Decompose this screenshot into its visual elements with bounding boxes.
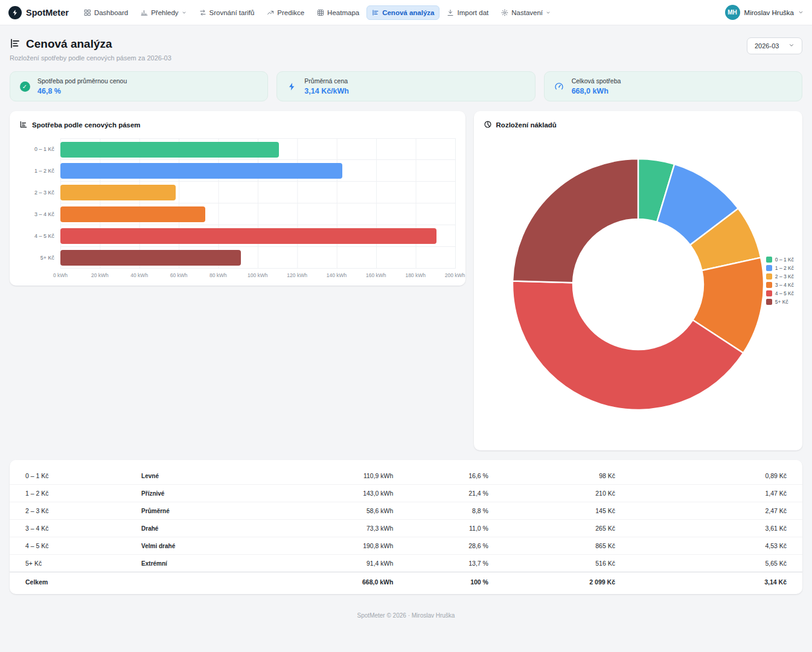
table-row: 2 – 3 KčPrůměrné58,6 kWh8,8 %145 Kč2,47 … <box>10 502 802 520</box>
stat-value: 668,0 kWh <box>572 87 621 95</box>
settings-icon <box>501 9 508 16</box>
bar-track <box>60 138 456 160</box>
x-tick-label: 60 kWh <box>170 272 188 278</box>
x-tick-label: 80 kWh <box>209 272 227 278</box>
legend-label: 0 – 1 Kč <box>775 257 794 263</box>
legend-label: 4 – 5 Kč <box>775 290 794 296</box>
bands-table-foot: Celkem668,0 kWh100 %2 099 Kč3,14 Kč <box>10 572 802 592</box>
stat-card-1: ✓Spotřeba pod průměrnou cenou46,8 % <box>10 71 268 101</box>
x-tick-label: 40 kWh <box>130 272 148 278</box>
legend-item[interactable]: 4 – 5 Kč <box>766 290 794 296</box>
cell-price: 3,61 Kč <box>620 520 802 537</box>
nav-item-import-dat[interactable]: Import dat <box>441 5 494 20</box>
bar[interactable] <box>60 185 176 200</box>
cell-energy: 58,6 kWh <box>263 502 398 520</box>
cell-name: Drahé <box>136 520 263 537</box>
bar[interactable] <box>60 250 241 266</box>
cell-band: 3 – 4 Kč <box>10 520 136 537</box>
stat-card-3: Celková spotřeba668,0 kWh <box>544 71 802 101</box>
period-select-value: 2026-03 <box>755 42 779 50</box>
bar[interactable] <box>60 163 342 179</box>
bar-category-label: 2 – 3 Kč <box>19 182 60 203</box>
bar-track <box>60 160 456 182</box>
charts-row: Spotřeba podle cenových pásem 0 – 1 Kč1 … <box>10 111 802 450</box>
period-select[interactable]: 2026-03 <box>747 37 802 54</box>
nav-item-srovnani-tarifu[interactable]: Srovnání tarifů <box>194 5 260 20</box>
overview-icon <box>141 9 148 16</box>
nav-item-dashboard[interactable]: Dashboard <box>78 5 133 20</box>
bands-table-card: 0 – 1 KčLevné110,9 kWh16,6 %98 Kč0,89 Kč… <box>10 460 802 594</box>
x-tick-label: 200 kWh <box>445 272 465 278</box>
bar-chart-axis: 0 kWh20 kWh40 kWh60 kWh80 kWh100 kWh120 … <box>60 269 455 281</box>
cell-name: Průměrné <box>136 502 263 520</box>
cell-share: 11,0 % <box>398 520 493 537</box>
page-subtitle: Rozložení spotřeby podle cenových pásem … <box>10 54 171 62</box>
cell-cost: 98 Kč <box>493 467 620 485</box>
price-analysis-icon <box>10 38 21 51</box>
bar[interactable] <box>60 206 205 222</box>
x-tick-label: 20 kWh <box>91 272 109 278</box>
bar[interactable] <box>60 228 436 244</box>
legend-item[interactable]: 0 – 1 Kč <box>766 257 794 263</box>
caret-down-icon <box>546 10 551 15</box>
legend-label: 5+ Kč <box>775 299 788 305</box>
nav-item-label: Cenová analýza <box>382 9 434 16</box>
nav-item-heatmapa[interactable]: Heatmapa <box>312 5 365 20</box>
bar[interactable] <box>60 142 279 158</box>
nav-item-predikce[interactable]: Predikce <box>261 5 310 20</box>
chevron-down-icon <box>788 42 794 50</box>
cell-energy: 73,3 kWh <box>263 520 398 537</box>
cell-name: Levné <box>136 467 263 485</box>
user-menu[interactable]: MH Miroslav Hruška <box>725 5 804 20</box>
bar-chart-icon <box>19 120 28 130</box>
prediction-icon <box>267 9 274 16</box>
legend-item[interactable]: 1 – 2 Kč <box>766 265 794 271</box>
total-price: 3,14 Kč <box>620 572 802 592</box>
bar-category-label: 3 – 4 Kč <box>19 203 60 225</box>
nav-item-label: Heatmapa <box>327 9 359 16</box>
stat-label: Průměrná cena <box>304 77 349 85</box>
table-row: 1 – 2 KčPříznivé143,0 kWh21,4 %210 Kč1,4… <box>10 485 802 502</box>
legend-swatch <box>766 273 772 280</box>
brand[interactable]: SpotMeter <box>8 6 69 19</box>
cell-cost: 145 Kč <box>493 502 620 520</box>
legend-item[interactable]: 3 – 4 Kč <box>766 282 794 288</box>
bar-row: 5+ Kč <box>19 247 456 269</box>
total-name <box>136 572 263 592</box>
donut-slice[interactable] <box>513 159 638 283</box>
caret-down-icon <box>182 10 187 15</box>
import-icon <box>447 9 454 16</box>
page-title: Cenová analýza <box>26 37 112 51</box>
bar-track <box>60 203 456 225</box>
legend-label: 1 – 2 Kč <box>775 265 794 271</box>
top-navbar: SpotMeter DashboardPřehledySrovnání tari… <box>0 0 812 25</box>
x-tick-label: 0 kWh <box>53 272 68 278</box>
avatar: MH <box>725 5 740 20</box>
stat-value: 46,8 % <box>37 87 127 95</box>
bar-category-label: 0 – 1 Kč <box>19 138 60 160</box>
gauge-icon <box>553 82 565 91</box>
table-row: 0 – 1 KčLevné110,9 kWh16,6 %98 Kč0,89 Kč <box>10 467 802 485</box>
brand-name: SpotMeter <box>26 8 69 18</box>
bar-category-label: 1 – 2 Kč <box>19 160 60 182</box>
nav-item-nastaveni[interactable]: Nastavení <box>496 5 556 20</box>
legend-item[interactable]: 5+ Kč <box>766 299 794 305</box>
bar-chart: 0 – 1 Kč1 – 2 Kč2 – 3 Kč3 – 4 Kč4 – 5 Kč… <box>19 138 456 281</box>
bar-chart-title: Spotřeba podle cenových pásem <box>32 121 141 129</box>
cell-price: 2,47 Kč <box>620 502 802 520</box>
nav-item-prehledy[interactable]: Přehledy <box>135 5 191 20</box>
stat-value: 3,14 Kč/kWh <box>304 87 349 95</box>
nav-item-cenova-analyza[interactable]: Cenová analýza <box>366 5 440 20</box>
cell-band: 1 – 2 Kč <box>10 485 136 502</box>
nav-items: DashboardPřehledySrovnání tarifůPredikce… <box>78 5 725 20</box>
heatmap-icon <box>317 9 324 16</box>
legend-item[interactable]: 2 – 3 Kč <box>766 273 794 280</box>
bar-row: 4 – 5 Kč <box>19 225 456 247</box>
stats-row: ✓Spotřeba pod průměrnou cenou46,8 %Průmě… <box>10 71 802 101</box>
cell-band: 0 – 1 Kč <box>10 467 136 485</box>
analysis-icon <box>372 9 379 16</box>
x-tick-label: 120 kWh <box>287 272 307 278</box>
legend-swatch <box>766 299 772 305</box>
total-energy: 668,0 kWh <box>263 572 398 592</box>
compare-icon <box>199 9 206 16</box>
